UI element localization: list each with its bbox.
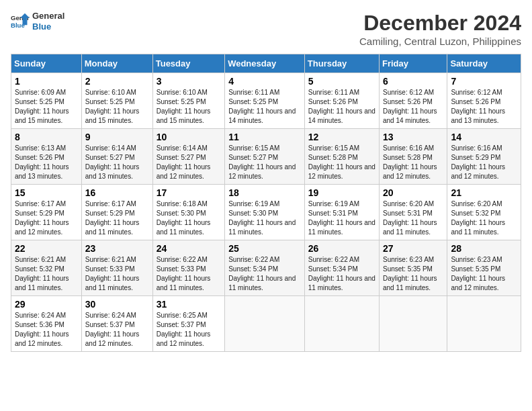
day-number: 20 [383, 187, 443, 198]
calendar-cell[interactable]: 13 Sunrise: 6:16 AM Sunset: 5:28 PM Dayl… [379, 129, 447, 185]
calendar-table: SundayMondayTuesdayWednesdayThursdayFrid… [11, 54, 521, 352]
calendar-row: 29 Sunrise: 6:24 AM Sunset: 5:36 PM Dayl… [11, 296, 521, 352]
month-title: December 2024 [359, 11, 521, 36]
weekday-header: Sunday [11, 54, 82, 73]
day-number: 29 [15, 299, 78, 310]
weekday-header: Tuesday [152, 54, 224, 73]
day-number: 9 [85, 132, 149, 142]
calendar-cell[interactable]: 22 Sunrise: 6:21 AM Sunset: 5:32 PM Dayl… [11, 240, 82, 296]
calendar-cell[interactable]: 10 Sunrise: 6:14 AM Sunset: 5:27 PM Dayl… [152, 129, 224, 185]
day-number: 1 [15, 76, 78, 87]
day-number: 7 [451, 76, 517, 87]
weekday-header: Monday [81, 54, 152, 73]
day-number: 10 [157, 132, 221, 142]
day-info: Sunrise: 6:17 AM Sunset: 5:29 PM Dayligh… [85, 199, 149, 237]
logo-line1: General [32, 11, 64, 21]
calendar-cell[interactable]: 28 Sunrise: 6:23 AM Sunset: 5:35 PM Dayl… [447, 240, 521, 296]
day-info: Sunrise: 6:11 AM Sunset: 5:25 PM Dayligh… [228, 88, 301, 126]
calendar-cell[interactable]: 4 Sunrise: 6:11 AM Sunset: 5:25 PM Dayli… [225, 73, 305, 129]
day-info: Sunrise: 6:16 AM Sunset: 5:29 PM Dayligh… [451, 144, 517, 181]
day-info: Sunrise: 6:20 AM Sunset: 5:32 PM Dayligh… [451, 199, 517, 237]
logo: General Blue General Blue [11, 11, 64, 32]
calendar-cell[interactable]: 7 Sunrise: 6:12 AM Sunset: 5:26 PM Dayli… [447, 73, 521, 129]
calendar-cell[interactable]: 18 Sunrise: 6:19 AM Sunset: 5:30 PM Dayl… [225, 185, 305, 240]
calendar-cell[interactable]: 26 Sunrise: 6:22 AM Sunset: 5:34 PM Dayl… [304, 240, 379, 296]
calendar-row: 15 Sunrise: 6:17 AM Sunset: 5:29 PM Dayl… [11, 185, 521, 240]
calendar-cell[interactable]: 5 Sunrise: 6:11 AM Sunset: 5:26 PM Dayli… [304, 73, 379, 129]
calendar-cell[interactable]: 11 Sunrise: 6:15 AM Sunset: 5:27 PM Dayl… [225, 129, 305, 185]
day-info: Sunrise: 6:18 AM Sunset: 5:30 PM Dayligh… [157, 199, 221, 237]
day-info: Sunrise: 6:20 AM Sunset: 5:31 PM Dayligh… [383, 199, 443, 237]
day-number: 5 [308, 76, 375, 87]
calendar-cell[interactable]: 17 Sunrise: 6:18 AM Sunset: 5:30 PM Dayl… [152, 185, 224, 240]
title-area: December 2024 Camiling, Central Luzon, P… [359, 11, 521, 47]
page-header: General Blue General Blue December 2024 … [11, 11, 521, 47]
calendar-cell[interactable]: 16 Sunrise: 6:17 AM Sunset: 5:29 PM Dayl… [81, 185, 152, 240]
calendar-cell[interactable]: 31 Sunrise: 6:25 AM Sunset: 5:37 PM Dayl… [152, 296, 224, 352]
logo-line2: Blue [32, 21, 64, 32]
day-info: Sunrise: 6:13 AM Sunset: 5:26 PM Dayligh… [15, 144, 78, 181]
day-number: 12 [308, 132, 375, 142]
day-info: Sunrise: 6:17 AM Sunset: 5:29 PM Dayligh… [15, 199, 78, 237]
day-number: 6 [383, 76, 443, 87]
calendar-cell[interactable]: 3 Sunrise: 6:10 AM Sunset: 5:25 PM Dayli… [152, 73, 224, 129]
calendar-cell[interactable]: 2 Sunrise: 6:10 AM Sunset: 5:25 PM Dayli… [81, 73, 152, 129]
calendar-row: 8 Sunrise: 6:13 AM Sunset: 5:26 PM Dayli… [11, 129, 521, 185]
day-number: 21 [451, 187, 517, 198]
calendar-cell[interactable]: 12 Sunrise: 6:15 AM Sunset: 5:28 PM Dayl… [304, 129, 379, 185]
calendar-cell[interactable] [304, 296, 379, 352]
calendar-cell[interactable]: 20 Sunrise: 6:20 AM Sunset: 5:31 PM Dayl… [379, 185, 447, 240]
weekday-header: Wednesday [225, 54, 305, 73]
calendar-cell[interactable]: 9 Sunrise: 6:14 AM Sunset: 5:27 PM Dayli… [81, 129, 152, 185]
calendar-cell[interactable]: 23 Sunrise: 6:21 AM Sunset: 5:33 PM Dayl… [81, 240, 152, 296]
day-info: Sunrise: 6:15 AM Sunset: 5:27 PM Dayligh… [228, 144, 301, 181]
calendar-cell[interactable]: 24 Sunrise: 6:22 AM Sunset: 5:33 PM Dayl… [152, 240, 224, 296]
day-number: 22 [15, 243, 78, 254]
calendar-row: 1 Sunrise: 6:09 AM Sunset: 5:25 PM Dayli… [11, 73, 521, 129]
location-title: Camiling, Central Luzon, Philippines [359, 36, 521, 47]
calendar-cell[interactable]: 14 Sunrise: 6:16 AM Sunset: 5:29 PM Dayl… [447, 129, 521, 185]
day-number: 24 [157, 243, 221, 254]
day-number: 13 [383, 132, 443, 142]
day-info: Sunrise: 6:23 AM Sunset: 5:35 PM Dayligh… [451, 255, 517, 293]
calendar-cell[interactable]: 15 Sunrise: 6:17 AM Sunset: 5:29 PM Dayl… [11, 185, 82, 240]
day-number: 31 [157, 299, 221, 310]
calendar-cell[interactable] [225, 296, 305, 352]
day-number: 16 [85, 187, 149, 198]
day-number: 17 [157, 187, 221, 198]
day-number: 28 [451, 243, 517, 254]
calendar-cell[interactable]: 29 Sunrise: 6:24 AM Sunset: 5:36 PM Dayl… [11, 296, 82, 352]
calendar-cell[interactable]: 8 Sunrise: 6:13 AM Sunset: 5:26 PM Dayli… [11, 129, 82, 185]
day-number: 27 [383, 243, 443, 254]
day-number: 8 [15, 132, 78, 142]
day-info: Sunrise: 6:11 AM Sunset: 5:26 PM Dayligh… [308, 88, 375, 126]
day-info: Sunrise: 6:12 AM Sunset: 5:26 PM Dayligh… [383, 88, 443, 126]
day-number: 26 [308, 243, 375, 254]
day-info: Sunrise: 6:24 AM Sunset: 5:36 PM Dayligh… [15, 311, 78, 349]
calendar-cell[interactable]: 25 Sunrise: 6:22 AM Sunset: 5:34 PM Dayl… [225, 240, 305, 296]
day-info: Sunrise: 6:10 AM Sunset: 5:25 PM Dayligh… [157, 88, 221, 126]
day-info: Sunrise: 6:22 AM Sunset: 5:33 PM Dayligh… [157, 255, 221, 293]
day-info: Sunrise: 6:14 AM Sunset: 5:27 PM Dayligh… [157, 144, 221, 181]
day-info: Sunrise: 6:21 AM Sunset: 5:32 PM Dayligh… [15, 255, 78, 293]
day-number: 14 [451, 132, 517, 142]
calendar-cell[interactable]: 21 Sunrise: 6:20 AM Sunset: 5:32 PM Dayl… [447, 185, 521, 240]
calendar-cell[interactable]: 6 Sunrise: 6:12 AM Sunset: 5:26 PM Dayli… [379, 73, 447, 129]
day-info: Sunrise: 6:19 AM Sunset: 5:31 PM Dayligh… [308, 199, 375, 237]
calendar-cell[interactable] [447, 296, 521, 352]
calendar-cell[interactable]: 1 Sunrise: 6:09 AM Sunset: 5:25 PM Dayli… [11, 73, 82, 129]
day-info: Sunrise: 6:24 AM Sunset: 5:37 PM Dayligh… [85, 311, 149, 349]
day-number: 25 [228, 243, 301, 254]
calendar-cell[interactable]: 27 Sunrise: 6:23 AM Sunset: 5:35 PM Dayl… [379, 240, 447, 296]
weekday-header-row: SundayMondayTuesdayWednesdayThursdayFrid… [11, 54, 521, 73]
calendar-cell[interactable]: 30 Sunrise: 6:24 AM Sunset: 5:37 PM Dayl… [81, 296, 152, 352]
day-info: Sunrise: 6:12 AM Sunset: 5:26 PM Dayligh… [451, 88, 517, 126]
logo-icon: General Blue [11, 12, 30, 31]
calendar-cell[interactable]: 19 Sunrise: 6:19 AM Sunset: 5:31 PM Dayl… [304, 185, 379, 240]
calendar-cell[interactable] [379, 296, 447, 352]
day-info: Sunrise: 6:25 AM Sunset: 5:37 PM Dayligh… [157, 311, 221, 349]
day-number: 18 [228, 187, 301, 198]
weekday-header: Saturday [447, 54, 521, 73]
day-number: 30 [85, 299, 149, 310]
weekday-header: Thursday [304, 54, 379, 73]
